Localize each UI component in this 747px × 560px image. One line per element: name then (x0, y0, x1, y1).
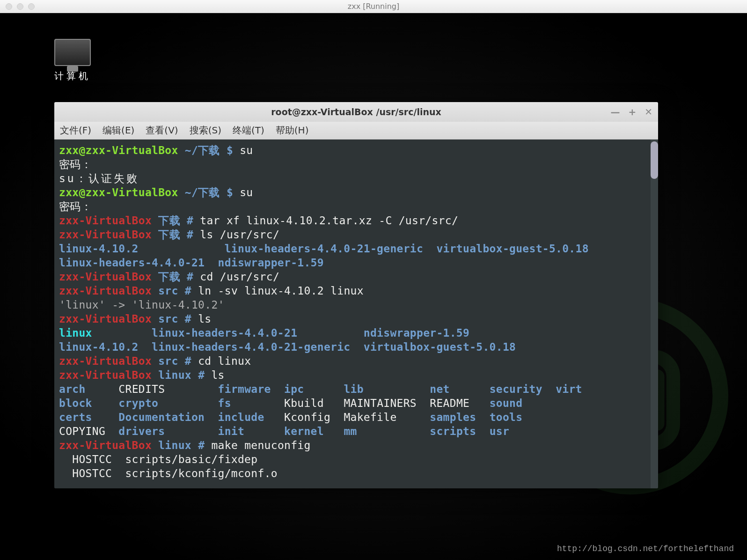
watermark: http://blog.csdn.net/forthelefthand (557, 544, 734, 553)
vm-min-light[interactable] (17, 3, 23, 10)
maximize-button[interactable]: + (628, 107, 636, 117)
terminal-titlebar[interactable]: root@zxx-VirtualBox /usr/src/linux — + ✕ (54, 102, 658, 122)
terminal-title: root@zxx-VirtualBox /usr/src/linux (271, 107, 441, 117)
guest-desktop: 计算机 root@zxx-VirtualBox /usr/src/linux —… (0, 13, 747, 560)
vm-titlebar: zxx [Running] (0, 0, 747, 13)
vm-zoom-light[interactable] (28, 3, 35, 10)
menu-edit[interactable]: 编辑(E) (103, 124, 134, 137)
terminal-window: root@zxx-VirtualBox /usr/src/linux — + ✕… (54, 102, 658, 488)
vm-traffic-lights (6, 3, 35, 10)
minimize-button[interactable]: — (610, 107, 620, 117)
terminal-scrollbar[interactable] (651, 140, 658, 488)
terminal-menubar: 文件(F) 编辑(E) 查看(V) 搜索(S) 终端(T) 帮助(H) (54, 122, 658, 140)
desktop-icon-label: 计算机 (47, 70, 98, 82)
menu-terminal[interactable]: 终端(T) (233, 124, 264, 137)
menu-file[interactable]: 文件(F) (60, 124, 91, 137)
close-button[interactable]: ✕ (644, 107, 652, 117)
vm-title: zxx [Running] (348, 2, 399, 11)
menu-help[interactable]: 帮助(H) (276, 124, 309, 137)
scrollbar-thumb[interactable] (651, 141, 658, 179)
monitor-icon (54, 39, 91, 66)
vm-close-light[interactable] (6, 3, 12, 10)
menu-view[interactable]: 查看(V) (146, 124, 178, 137)
terminal-text: zxx@zxx-VirtualBox ~/下载 $ su 密码： su：认证失败… (59, 143, 653, 480)
menu-search[interactable]: 搜索(S) (190, 124, 221, 137)
desktop-icon-computer[interactable]: 计算机 (47, 39, 98, 82)
terminal-window-controls: — + ✕ (610, 107, 652, 117)
terminal-output[interactable]: zxx@zxx-VirtualBox ~/下载 $ su 密码： su：认证失败… (54, 140, 658, 488)
